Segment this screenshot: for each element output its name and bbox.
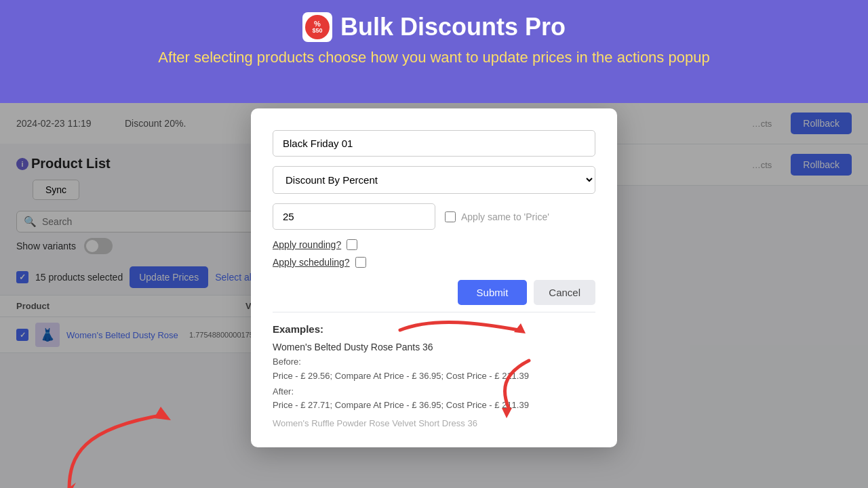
- apply-same-checkbox[interactable]: [445, 211, 456, 222]
- modal-dialog: Discount By Percent Discount By Amount S…: [251, 108, 617, 447]
- campaign-name-input[interactable]: [273, 130, 595, 157]
- apply-scheduling-checkbox[interactable]: [355, 257, 366, 268]
- apply-rounding-link[interactable]: Apply rounding?: [273, 239, 341, 250]
- apply-rounding-row: Apply rounding?: [273, 239, 595, 250]
- modal-buttons: Submit Cancel: [273, 280, 595, 305]
- apply-scheduling-link[interactable]: Apply scheduling?: [273, 257, 350, 268]
- apply-scheduling-row: Apply scheduling?: [273, 257, 595, 268]
- campaign-name-field: [273, 130, 595, 157]
- header: % $50 Bulk Discounts Pro After selecting…: [0, 0, 868, 73]
- header-subtitle: After selecting products choose how you …: [0, 49, 868, 66]
- background-page: 2024-02-23 11:19 Discount 20%. …cts Roll…: [0, 103, 868, 488]
- example2-partial: Women's Ruffle Powder Rose Velvet Short …: [273, 417, 595, 431]
- examples-title: Examples:: [273, 323, 595, 335]
- example1-before: Before: Price - £ 29.56; Compare At Pric…: [273, 355, 595, 384]
- examples-section: Examples: Women's Belted Dusty Rose Pant…: [273, 312, 595, 431]
- cancel-button[interactable]: Cancel: [534, 280, 595, 305]
- example1-product: Women's Belted Dusty Rose Pants 36: [273, 342, 595, 352]
- app-title: Bulk Discounts Pro: [340, 13, 566, 41]
- discount-value-input[interactable]: [273, 203, 435, 230]
- discount-value-row: Apply same to 'Price': [273, 203, 595, 230]
- before-label: Before:: [273, 357, 301, 367]
- example1-after: After: Price - £ 27.71; Compare At Price…: [273, 385, 595, 413]
- apply-same-row: Apply same to 'Price': [445, 211, 549, 222]
- apply-rounding-checkbox[interactable]: [347, 239, 357, 250]
- discount-type-field: Discount By Percent Discount By Amount S…: [273, 166, 595, 194]
- before-values: Price - £ 29.56; Compare At Price - £ 36…: [273, 371, 529, 381]
- submit-button[interactable]: Submit: [458, 280, 528, 305]
- apply-same-label: Apply same to 'Price': [461, 211, 549, 222]
- discount-type-select[interactable]: Discount By Percent Discount By Amount S…: [273, 166, 595, 194]
- app-logo: % $50: [302, 12, 332, 42]
- after-values: Price - £ 27.71; Compare At Price - £ 36…: [273, 400, 529, 410]
- after-label: After:: [273, 386, 294, 396]
